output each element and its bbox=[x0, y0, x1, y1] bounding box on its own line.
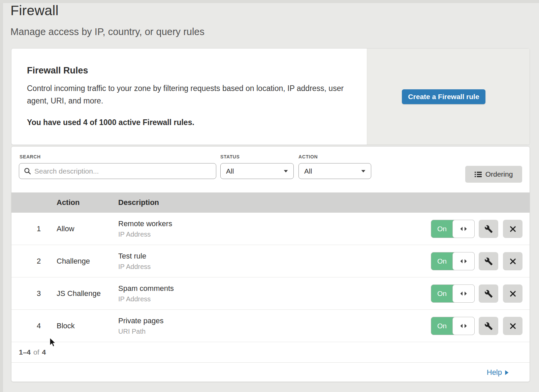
column-header-action: Action bbox=[57, 192, 80, 213]
rule-description: Spam comments bbox=[118, 284, 174, 293]
toggle-on-label: On bbox=[431, 317, 453, 335]
toggle-on-label: On bbox=[431, 285, 453, 302]
action-label: ACTION bbox=[298, 154, 318, 159]
usage-note: You have used 4 of 1000 active Firewall … bbox=[27, 118, 194, 127]
status-label: STATUS bbox=[220, 154, 240, 159]
pagination-total: 4 bbox=[42, 348, 46, 356]
toggle-on-label: On bbox=[431, 252, 453, 270]
delete-rule-button[interactable] bbox=[503, 284, 522, 303]
ordering-button[interactable]: Ordering bbox=[465, 166, 522, 183]
rule-enabled-toggle[interactable]: On bbox=[431, 317, 475, 335]
firewall-rules-overview-card: Firewall Rules Control incoming traffic … bbox=[11, 48, 530, 145]
rule-match-type: URI Path bbox=[118, 328, 164, 335]
rule-match-type: IP Address bbox=[118, 231, 172, 238]
search-box bbox=[19, 163, 216, 179]
edit-rule-button[interactable] bbox=[479, 284, 498, 303]
search-input[interactable] bbox=[34, 167, 216, 175]
firewall-page: { "page": { "title": "Firewall", "subtit… bbox=[0, 0, 539, 392]
rule-row: 1 Allow Remote workers IP Address On bbox=[11, 213, 530, 245]
close-icon bbox=[509, 323, 516, 330]
toggle-knob bbox=[452, 252, 475, 270]
rule-description: Private pages bbox=[118, 316, 164, 325]
ordering-button-label: Ordering bbox=[485, 170, 513, 178]
overview-description: Control incoming traffic to your zone by… bbox=[27, 82, 350, 107]
table-header: Action Description bbox=[11, 192, 530, 213]
page-subtitle: Manage access by IP, country, or query r… bbox=[10, 26, 204, 37]
help-arrow-icon bbox=[505, 370, 509, 375]
edit-rule-button[interactable] bbox=[479, 317, 498, 335]
pagination-of: of bbox=[33, 348, 39, 356]
wrench-icon bbox=[484, 257, 493, 266]
page-top-edge bbox=[0, 0, 539, 3]
rule-enabled-toggle[interactable]: On bbox=[431, 284, 475, 303]
page-left-edge bbox=[0, 0, 3, 392]
page-title: Firewall bbox=[10, 3, 59, 19]
pagination-range: 1–4 bbox=[19, 348, 31, 356]
rule-priority: 4 bbox=[30, 310, 47, 342]
wrench-icon bbox=[484, 225, 493, 233]
rule-match-type: IP Address bbox=[118, 263, 151, 271]
delete-rule-button[interactable] bbox=[503, 252, 522, 270]
rule-match-type: IP Address bbox=[118, 295, 174, 303]
rule-description: Test rule bbox=[118, 252, 151, 261]
pagination: 1–4 of 4 bbox=[19, 342, 46, 362]
toggle-knob bbox=[452, 220, 475, 238]
rule-priority: 3 bbox=[30, 277, 47, 309]
delete-rule-button[interactable] bbox=[503, 317, 522, 335]
rule-action: JS Challenge bbox=[57, 277, 101, 309]
create-firewall-rule-button[interactable]: Create a Firewall rule bbox=[402, 89, 485, 104]
help-link[interactable]: Help bbox=[487, 363, 509, 382]
rule-action: Challenge bbox=[57, 245, 90, 277]
chevron-down-icon bbox=[361, 170, 366, 173]
action-select[interactable]: All bbox=[298, 163, 371, 179]
rule-row: 3 JS Challenge Spam comments IP Address … bbox=[11, 277, 530, 310]
drag-handle-arrows-icon bbox=[460, 324, 467, 328]
drag-handle-arrows-icon bbox=[460, 227, 467, 231]
rule-priority: 1 bbox=[30, 213, 47, 245]
help-link-label: Help bbox=[487, 368, 502, 377]
search-label: SEARCH bbox=[20, 154, 41, 159]
edit-rule-button[interactable] bbox=[479, 252, 498, 270]
rule-action: Block bbox=[57, 310, 75, 342]
drag-handle-arrows-icon bbox=[460, 291, 467, 296]
pagination-row: 1–4 of 4 bbox=[11, 342, 530, 362]
rule-description: Remote workers bbox=[118, 219, 172, 228]
status-select-value: All bbox=[226, 167, 234, 175]
toggle-knob bbox=[452, 284, 475, 303]
toggle-on-label: On bbox=[431, 220, 453, 238]
rule-priority: 2 bbox=[30, 245, 47, 277]
delete-rule-button[interactable] bbox=[503, 220, 522, 238]
close-icon bbox=[509, 258, 516, 265]
chevron-down-icon bbox=[284, 170, 288, 173]
column-header-description: Description bbox=[118, 192, 159, 213]
overview-heading: Firewall Rules bbox=[27, 65, 88, 76]
help-row: Help bbox=[11, 362, 530, 382]
ordered-list-icon bbox=[475, 172, 482, 177]
rule-enabled-toggle[interactable]: On bbox=[431, 220, 475, 238]
action-select-value: All bbox=[304, 167, 312, 175]
rule-row: 4 Block Private pages URI Path On bbox=[11, 310, 530, 342]
rule-action: Allow bbox=[57, 213, 74, 245]
wrench-icon bbox=[484, 290, 493, 298]
rule-enabled-toggle[interactable]: On bbox=[431, 252, 475, 270]
toggle-knob bbox=[452, 317, 475, 335]
wrench-icon bbox=[484, 322, 493, 330]
status-select[interactable]: All bbox=[220, 163, 294, 179]
firewall-rules-list-card: SEARCH STATUS ACTION All All Ordering bbox=[11, 146, 530, 382]
rule-row: 2 Challenge Test rule IP Address On bbox=[11, 245, 530, 277]
close-icon bbox=[509, 290, 516, 297]
search-icon bbox=[24, 168, 31, 175]
close-icon bbox=[509, 225, 516, 233]
edit-rule-button[interactable] bbox=[479, 220, 498, 238]
drag-handle-arrows-icon bbox=[460, 259, 467, 264]
